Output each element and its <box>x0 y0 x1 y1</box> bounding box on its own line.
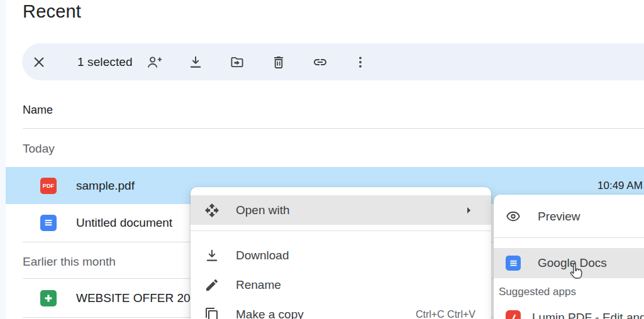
download-icon[interactable] <box>188 55 203 70</box>
link-icon[interactable] <box>313 55 328 70</box>
submenu-item-lumin-pdf[interactable]: Lumin PDF - Edit and <box>494 303 644 319</box>
file-modified-time: 10:49 AM <box>597 180 643 192</box>
more-options-icon[interactable] <box>353 55 368 70</box>
header-divider <box>23 128 644 129</box>
section-label-today: Today <box>23 142 55 156</box>
rename-icon <box>204 278 219 293</box>
pdf-file-icon: PDF <box>40 178 57 194</box>
download-icon <box>204 248 219 263</box>
close-icon[interactable] <box>31 55 47 70</box>
selected-count-label: 1 selected <box>77 43 133 80</box>
move-to-folder-icon[interactable] <box>230 55 245 70</box>
google-docs-file-icon <box>40 215 57 231</box>
menu-item-download[interactable]: Download <box>191 241 491 270</box>
file-name: Untitled document <box>76 216 172 230</box>
name-column-header[interactable]: Name <box>23 104 53 117</box>
menu-item-label: Open with <box>236 203 290 217</box>
file-name: WEBSITE OFFER 20 <box>76 291 191 305</box>
submenu-item-preview[interactable]: Preview <box>494 202 644 231</box>
section-label-earlier: Earlier this month <box>23 255 116 269</box>
menu-item-make-a-copy[interactable]: Make a copy Ctrl+C Ctrl+V <box>191 300 491 319</box>
context-menu: Open with Download Rename Make a copy Ct… <box>191 187 491 319</box>
copy-icon <box>204 307 219 319</box>
open-with-submenu: Preview Google Docs Suggested apps Lumin… <box>494 195 644 319</box>
lumin-pdf-icon <box>506 310 521 319</box>
submenu-divider <box>494 237 644 238</box>
hand-cursor <box>567 262 586 285</box>
preview-eye-icon <box>506 209 521 224</box>
menu-item-shortcut: Ctrl+C Ctrl+V <box>416 309 475 319</box>
sidebar-edge <box>0 0 6 319</box>
selection-toolbar: 1 selected <box>22 43 644 80</box>
trash-icon[interactable] <box>271 55 286 70</box>
menu-item-label: Download <box>236 249 289 262</box>
menu-item-label: Rename <box>236 278 281 292</box>
menu-item-rename[interactable]: Rename <box>191 270 491 300</box>
menu-divider <box>191 230 491 231</box>
submenu-arrow-icon <box>461 203 476 218</box>
open-with-icon <box>204 203 219 218</box>
submenu-item-label: Lumin PDF - Edit and <box>532 311 644 319</box>
menu-item-open-with[interactable]: Open with <box>191 195 491 225</box>
file-name: sample.pdf <box>76 179 135 193</box>
person-add-icon[interactable] <box>147 55 162 70</box>
google-sheets-file-icon <box>40 290 57 306</box>
drive-recent-page: Recent 1 selected <box>0 0 644 319</box>
page-title: Recent <box>23 1 81 22</box>
submenu-item-label: Preview <box>538 210 580 224</box>
menu-item-label: Make a copy <box>236 308 304 319</box>
google-docs-icon <box>506 256 521 271</box>
